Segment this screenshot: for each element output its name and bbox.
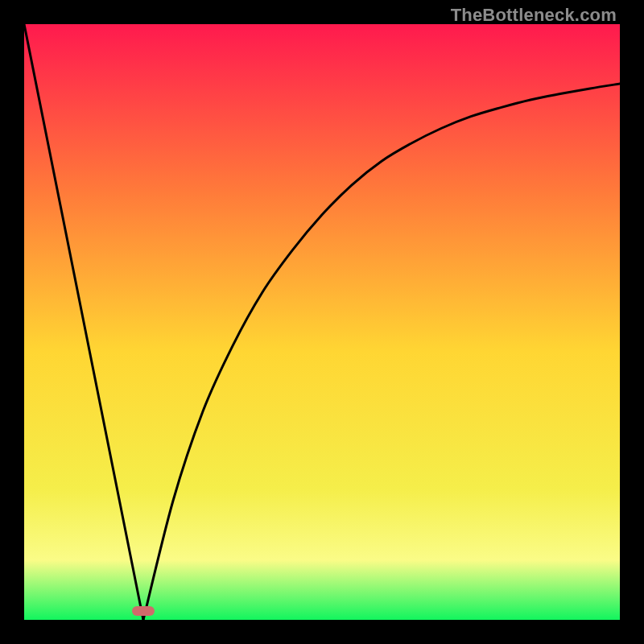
chart-frame (24, 24, 620, 620)
chart-svg (24, 24, 620, 620)
bottleneck-marker (132, 606, 155, 616)
gradient-background (24, 24, 620, 620)
watermark-text: TheBottleneck.com (451, 5, 617, 26)
